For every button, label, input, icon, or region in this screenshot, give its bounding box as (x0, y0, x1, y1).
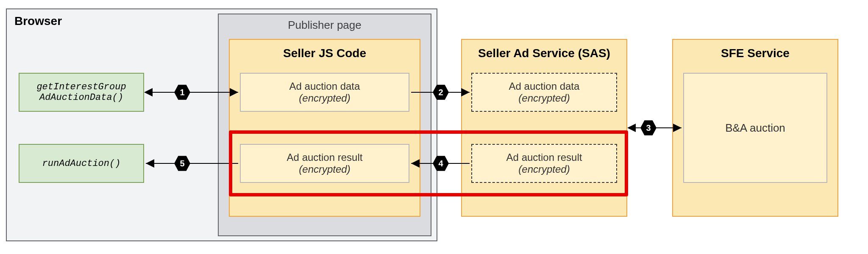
sas-auctionresult-box: Ad auction result (encrypted) (471, 144, 617, 183)
sellerjs-auctionresult-line2: (encrypted) (299, 163, 350, 175)
step-3-hex: 3 (640, 120, 657, 136)
sellerjs-auctionresult-line1: Ad auction result (287, 152, 363, 163)
sfe-baauction-text: B&A auction (725, 121, 785, 135)
sellerjs-auctiondata-box: Ad auction data (encrypted) (240, 73, 409, 112)
browser-title: Browser (14, 14, 62, 28)
api-runadauction-text: runAdAuction() (42, 158, 121, 169)
sas-title: Seller Ad Service (SAS) (478, 47, 610, 60)
diagram-root: Browser Publisher page Seller JS Code Se… (0, 0, 868, 254)
sfe-title: SFE Service (721, 47, 790, 60)
sellerjs-auctiondata-line2: (encrypted) (299, 92, 350, 104)
api-getinterestgroup-box: getInterestGroup AdAuctionData() (19, 73, 144, 112)
sas-auctionresult-line1: Ad auction result (506, 152, 582, 163)
seller-js-title: Seller JS Code (283, 47, 366, 60)
sas-auctiondata-box: Ad auction data (encrypted) (471, 73, 617, 112)
api-getinterestgroup-line1: getInterestGroup (36, 82, 126, 92)
sas-auctiondata-line2: (encrypted) (518, 92, 570, 104)
api-getinterestgroup-line2: AdAuctionData() (39, 92, 123, 103)
api-runadauction-box: runAdAuction() (19, 144, 144, 183)
sas-auctionresult-line2: (encrypted) (518, 163, 570, 175)
publisher-page-title: Publisher page (288, 19, 361, 32)
sellerjs-auctiondata-line1: Ad auction data (289, 80, 360, 92)
sas-auctiondata-line1: Ad auction data (509, 80, 580, 92)
sellerjs-auctionresult-box: Ad auction result (encrypted) (240, 144, 409, 183)
sfe-baauction-box: B&A auction (683, 73, 827, 183)
